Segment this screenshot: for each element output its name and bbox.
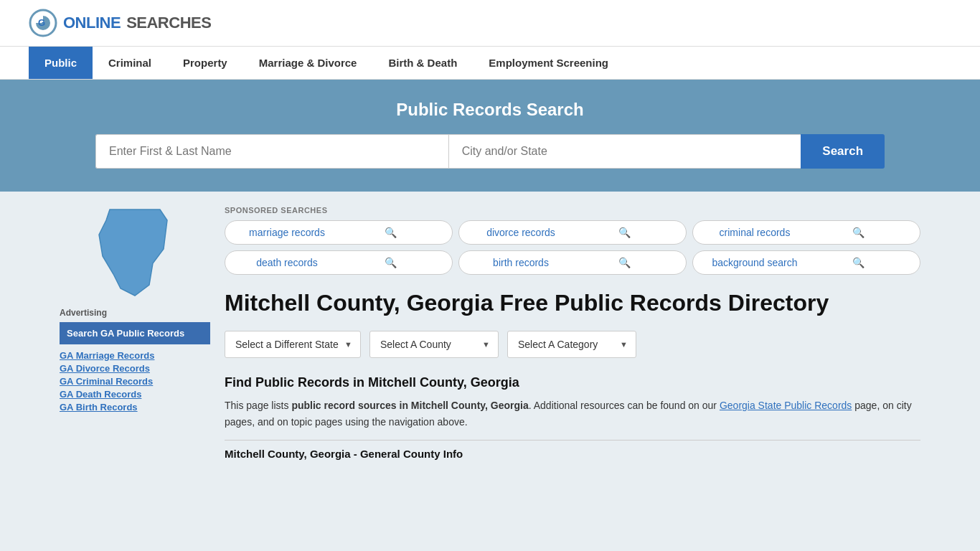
state-image: [60, 206, 210, 299]
hero-title: Public Records Search: [29, 100, 951, 120]
sidebar-link-death[interactable]: GA Death Records: [60, 389, 210, 400]
nav-item-employment[interactable]: Employment Screening: [473, 47, 624, 79]
logo-icon: G: [29, 9, 57, 37]
main-wrapper: Advertising Search GA Public Records GA …: [45, 192, 935, 474]
county-dropdown-wrapper[interactable]: Select A County: [369, 331, 499, 358]
sponsored-label-divorce: divorce records: [469, 227, 573, 238]
svg-text:G: G: [38, 17, 45, 28]
logo-text-online: ONLINE: [63, 14, 121, 32]
sponsored-label-birth: birth records: [469, 257, 573, 268]
sponsored-label-criminal: criminal records: [703, 227, 806, 238]
find-description: This page lists public record sources in…: [225, 397, 920, 430]
name-input[interactable]: [95, 134, 448, 169]
sidebar-link-divorce[interactable]: GA Divorce Records: [60, 363, 210, 374]
find-desc-text2: . Additional resources can be found on o…: [529, 400, 720, 411]
sponsored-label-background: background search: [703, 257, 806, 268]
nav-item-marriage[interactable]: Marriage & Divorce: [243, 47, 373, 79]
general-county-info-title: Mitchell County, Georgia - General Count…: [225, 448, 920, 460]
search-icon-divorce: 🔍: [573, 227, 676, 238]
main-nav: Public Criminal Property Marriage & Divo…: [0, 47, 980, 80]
nav-item-birth[interactable]: Birth & Death: [372, 47, 473, 79]
page-title: Mitchell County, Georgia Free Public Rec…: [225, 289, 920, 316]
county-dropdown[interactable]: Select A County: [369, 331, 499, 358]
section-divider: [225, 440, 920, 441]
search-icon-birth: 🔍: [573, 257, 676, 268]
dropdowns-row: Select a Different State Select A County…: [225, 331, 920, 358]
nav-item-property[interactable]: Property: [167, 47, 243, 79]
sponsored-item-criminal[interactable]: criminal records 🔍: [692, 220, 920, 245]
state-dropdown[interactable]: Select a Different State: [225, 331, 361, 358]
find-desc-text1: This page lists: [225, 400, 291, 411]
find-title: Find Public Records in Mitchell County, …: [225, 375, 920, 390]
search-icon-background: 🔍: [806, 257, 910, 268]
search-icon-criminal: 🔍: [806, 227, 910, 238]
georgia-state-link[interactable]: Georgia State Public Records: [720, 400, 852, 411]
search-bar: Search: [95, 134, 885, 169]
search-button[interactable]: Search: [801, 134, 885, 169]
logo-text-searches: SEARCHES: [126, 14, 211, 32]
sponsored-label: SPONSORED SEARCHES: [225, 206, 920, 215]
content-area: SPONSORED SEARCHES marriage records 🔍 di…: [225, 206, 920, 460]
category-dropdown-wrapper[interactable]: Select A Category: [507, 331, 636, 358]
city-input[interactable]: [448, 134, 801, 169]
sidebar: Advertising Search GA Public Records GA …: [60, 206, 210, 460]
svg-marker-2: [99, 209, 167, 296]
sponsored-item-birth[interactable]: birth records 🔍: [458, 250, 687, 275]
find-records-section: Find Public Records in Mitchell County, …: [225, 375, 920, 430]
site-header: G ONLINE SEARCHES: [0, 0, 980, 47]
sponsored-section: SPONSORED SEARCHES marriage records 🔍 di…: [225, 206, 920, 275]
sponsored-label-marriage: marriage records: [235, 227, 339, 238]
nav-item-criminal[interactable]: Criminal: [93, 47, 167, 79]
sponsored-label-death: death records: [235, 257, 339, 268]
state-dropdown-wrapper[interactable]: Select a Different State: [225, 331, 361, 358]
sponsored-item-marriage[interactable]: marriage records 🔍: [225, 220, 453, 245]
georgia-map-icon: [92, 206, 178, 299]
nav-item-public[interactable]: Public: [29, 47, 93, 79]
sidebar-link-criminal[interactable]: GA Criminal Records: [60, 376, 210, 387]
sidebar-link-birth[interactable]: GA Birth Records: [60, 402, 210, 413]
search-icon-death: 🔍: [339, 257, 442, 268]
category-dropdown[interactable]: Select A Category: [507, 331, 636, 358]
logo[interactable]: G ONLINE SEARCHES: [29, 9, 211, 37]
ad-label: Advertising: [60, 308, 210, 318]
sponsored-item-background[interactable]: background search 🔍: [692, 250, 920, 275]
sponsored-item-divorce[interactable]: divorce records 🔍: [458, 220, 687, 245]
search-icon-marriage: 🔍: [339, 227, 442, 238]
find-desc-bold: public record sources in Mitchell County…: [291, 400, 528, 411]
hero-section: Public Records Search Search: [0, 80, 980, 192]
ad-box[interactable]: Search GA Public Records: [60, 322, 210, 344]
sidebar-link-marriage[interactable]: GA Marriage Records: [60, 350, 210, 361]
sponsored-item-death[interactable]: death records 🔍: [225, 250, 453, 275]
sponsored-grid: marriage records 🔍 divorce records 🔍 cri…: [225, 220, 920, 275]
